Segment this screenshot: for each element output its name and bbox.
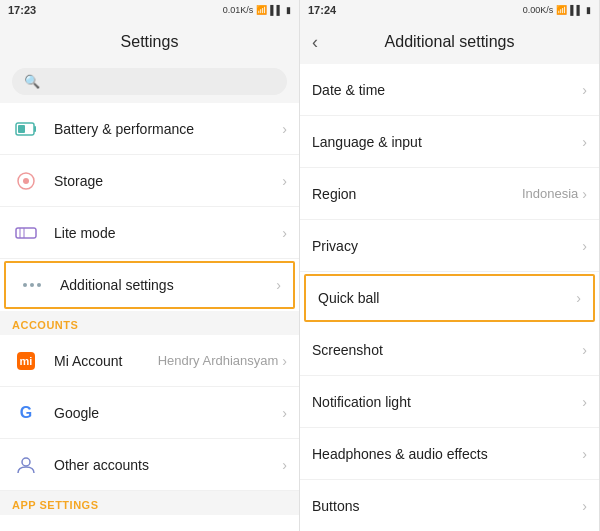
menu-item-google[interactable]: G Google ›: [0, 387, 299, 439]
svg-text:G: G: [20, 404, 32, 421]
menu-item-quickball[interactable]: Quick ball ›: [304, 274, 595, 322]
menu-item-datetime[interactable]: Date & time ›: [300, 64, 599, 116]
left-time: 17:23: [8, 4, 36, 16]
buttons-label: Buttons: [312, 498, 582, 514]
menu-item-battery[interactable]: Battery & performance ›: [0, 103, 299, 155]
notification-label: Notification light: [312, 394, 582, 410]
datetime-label: Date & time: [312, 82, 582, 98]
system-icon-container: [12, 527, 40, 532]
other-icon-container: [12, 451, 40, 479]
menu-item-other[interactable]: Other accounts ›: [0, 439, 299, 491]
left-panel-title: Settings: [121, 33, 179, 51]
headphones-chevron: ›: [582, 446, 587, 462]
mi-chevron: ›: [282, 353, 287, 369]
search-icon: 🔍: [24, 74, 40, 89]
left-status-bar: 17:23 0.01K/s 📶 ▌▌ ▮: [0, 0, 299, 20]
battery-icon-container: [12, 115, 40, 143]
buttons-chevron: ›: [582, 498, 587, 514]
right-wifi-icon: 📶: [556, 5, 567, 15]
svg-point-8: [23, 283, 27, 287]
lite-icon-container: [12, 219, 40, 247]
additional-icon-container: [18, 271, 46, 299]
language-chevron: ›: [582, 134, 587, 150]
right-menu-list: Date & time › Language & input › Region …: [300, 64, 599, 531]
google-label: Google: [54, 405, 282, 421]
menu-item-headphones[interactable]: Headphones & audio effects ›: [300, 428, 599, 480]
notification-chevron: ›: [582, 394, 587, 410]
menu-item-system[interactable]: System apps ›: [0, 515, 299, 531]
battery-icon: ▮: [286, 5, 291, 15]
menu-item-privacy[interactable]: Privacy ›: [300, 220, 599, 272]
privacy-chevron: ›: [582, 238, 587, 254]
svg-rect-1: [18, 125, 25, 133]
svg-point-10: [37, 283, 41, 287]
right-panel-header: ‹ Additional settings: [300, 20, 599, 64]
right-status-icons: 0.00K/s 📶 ▌▌ ▮: [523, 5, 591, 15]
right-panel-title: Additional settings: [385, 33, 515, 51]
headphones-label: Headphones & audio effects: [312, 446, 582, 462]
menu-item-screenshot[interactable]: Screenshot ›: [300, 324, 599, 376]
mi-icon-container: mi: [12, 347, 40, 375]
search-bar[interactable]: 🔍: [12, 68, 287, 95]
additional-chevron: ›: [276, 277, 281, 293]
mi-label: Mi Account: [54, 353, 158, 369]
svg-text:mi: mi: [20, 355, 33, 367]
battery-label: Battery & performance: [54, 121, 282, 137]
menu-item-mi[interactable]: mi Mi Account Hendry Ardhiansyam ›: [0, 335, 299, 387]
storage-chevron: ›: [282, 173, 287, 189]
right-panel: 17:24 0.00K/s 📶 ▌▌ ▮ ‹ Additional settin…: [300, 0, 600, 531]
left-menu-list: Battery & performance › Storage ›: [0, 103, 299, 531]
svg-rect-5: [16, 228, 36, 238]
right-time: 17:24: [308, 4, 336, 16]
region-value: Indonesia: [522, 186, 578, 201]
wifi-icon: 📶: [256, 5, 267, 15]
menu-item-lite[interactable]: Lite mode ›: [0, 207, 299, 259]
battery-chevron: ›: [282, 121, 287, 137]
network-speed-left: 0.01K/s: [223, 5, 254, 15]
svg-point-4: [23, 178, 29, 184]
quickball-label: Quick ball: [318, 290, 576, 306]
left-panel: 17:23 0.01K/s 📶 ▌▌ ▮ Settings 🔍 Battery: [0, 0, 300, 531]
menu-item-additional[interactable]: Additional settings ›: [4, 261, 295, 309]
left-status-icons: 0.01K/s 📶 ▌▌ ▮: [223, 5, 291, 15]
menu-item-storage[interactable]: Storage ›: [0, 155, 299, 207]
menu-item-buttons[interactable]: Buttons ›: [300, 480, 599, 531]
right-battery-icon: ▮: [586, 5, 591, 15]
right-signal-icon: ▌▌: [570, 5, 583, 15]
region-chevron: ›: [582, 186, 587, 202]
left-panel-header: Settings: [0, 20, 299, 64]
menu-item-notification[interactable]: Notification light ›: [300, 376, 599, 428]
menu-item-region[interactable]: Region Indonesia ›: [300, 168, 599, 220]
svg-point-14: [22, 458, 30, 466]
menu-item-language[interactable]: Language & input ›: [300, 116, 599, 168]
section-accounts: ACCOUNTS: [0, 311, 299, 335]
svg-point-9: [30, 283, 34, 287]
other-chevron: ›: [282, 457, 287, 473]
lite-chevron: ›: [282, 225, 287, 241]
quickball-chevron: ›: [576, 290, 581, 306]
back-icon[interactable]: ‹: [312, 32, 318, 53]
privacy-label: Privacy: [312, 238, 582, 254]
datetime-chevron: ›: [582, 82, 587, 98]
section-app: APP SETTINGS: [0, 491, 299, 515]
screenshot-label: Screenshot: [312, 342, 582, 358]
other-label: Other accounts: [54, 457, 282, 473]
google-icon-container: G: [12, 399, 40, 427]
signal-icon: ▌▌: [270, 5, 283, 15]
language-label: Language & input: [312, 134, 582, 150]
screenshot-chevron: ›: [582, 342, 587, 358]
additional-label: Additional settings: [60, 277, 276, 293]
search-input[interactable]: [46, 74, 275, 89]
storage-label: Storage: [54, 173, 282, 189]
right-status-bar: 17:24 0.00K/s 📶 ▌▌ ▮: [300, 0, 599, 20]
google-chevron: ›: [282, 405, 287, 421]
lite-label: Lite mode: [54, 225, 282, 241]
mi-value: Hendry Ardhiansyam: [158, 353, 279, 368]
storage-icon-container: [12, 167, 40, 195]
svg-rect-2: [34, 126, 36, 132]
network-speed-right: 0.00K/s: [523, 5, 554, 15]
region-label: Region: [312, 186, 522, 202]
